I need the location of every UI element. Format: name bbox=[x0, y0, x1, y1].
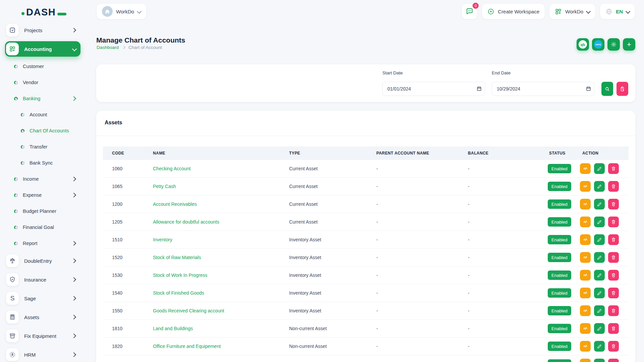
account-name-link[interactable]: Stock of Work In Progress bbox=[153, 273, 207, 278]
edit-button[interactable] bbox=[594, 288, 605, 298]
sidebar-item-transfer[interactable]: Transfer bbox=[0, 139, 86, 155]
status-badge[interactable]: Enabled bbox=[548, 253, 571, 262]
sidebar-item-budget-planner[interactable]: Budget Planner bbox=[0, 203, 86, 219]
edit-button[interactable] bbox=[594, 217, 605, 227]
status-badge[interactable]: Enabled bbox=[548, 235, 571, 244]
activity-button[interactable] bbox=[580, 341, 591, 352]
settings-button[interactable] bbox=[607, 38, 620, 51]
delete-button[interactable] bbox=[608, 234, 619, 245]
sidebar-item-projects[interactable]: Projects bbox=[0, 21, 86, 40]
activity-button[interactable] bbox=[580, 270, 591, 281]
status-badge[interactable]: Enabled bbox=[548, 359, 571, 362]
sidebar-item-customer[interactable]: Customer bbox=[0, 58, 86, 74]
breadcrumb-dashboard-link[interactable]: Dashboard bbox=[97, 45, 119, 50]
edit-button[interactable] bbox=[594, 181, 605, 192]
status-badge[interactable]: Enabled bbox=[548, 306, 571, 315]
account-name-link[interactable]: Allowance for doubtful accounts bbox=[153, 219, 219, 225]
status-badge[interactable]: Enabled bbox=[548, 199, 571, 209]
account-name-link[interactable]: Office Furniture and Equipement bbox=[153, 344, 221, 349]
activity-button[interactable] bbox=[580, 163, 591, 174]
sidebar-item-chart-of-accounts[interactable]: Chart Of Accounts bbox=[0, 123, 86, 139]
user-menu[interactable]: WorkDo bbox=[549, 3, 596, 19]
activity-button[interactable] bbox=[580, 323, 591, 334]
delete-button[interactable] bbox=[608, 288, 619, 298]
sidebar-item-accounting[interactable]: Accounting bbox=[0, 40, 86, 58]
delete-button[interactable] bbox=[608, 323, 619, 334]
search-button[interactable] bbox=[601, 82, 613, 96]
edit-button[interactable] bbox=[594, 270, 605, 281]
status-badge[interactable]: Enabled bbox=[548, 217, 571, 227]
delete-button[interactable] bbox=[608, 217, 619, 227]
status-badge[interactable]: Enabled bbox=[548, 324, 571, 333]
add-button[interactable]: + bbox=[623, 38, 635, 51]
edit-button[interactable] bbox=[594, 305, 605, 316]
sidebar-item-vendor[interactable]: Vendor bbox=[0, 74, 86, 90]
sidebar-item-label: Budget Planner bbox=[23, 208, 56, 214]
sidebar-item-bank-sync[interactable]: Bank Sync bbox=[0, 155, 86, 171]
status-badge[interactable]: Enabled bbox=[548, 270, 571, 280]
sidebar-item-hrm[interactable]: HRM bbox=[0, 345, 86, 362]
start-date-input[interactable] bbox=[382, 82, 485, 96]
edit-button[interactable] bbox=[594, 252, 605, 263]
sidebar-item-financial-goal[interactable]: Financial Goal bbox=[0, 219, 86, 235]
activity-button[interactable] bbox=[580, 252, 591, 263]
activity-button[interactable] bbox=[580, 234, 591, 245]
account-name-link[interactable]: Inventory bbox=[153, 237, 172, 242]
language-selector[interactable]: EN bbox=[600, 3, 635, 19]
delete-button[interactable] bbox=[608, 341, 619, 352]
messages-button[interactable]: 0 bbox=[462, 3, 478, 19]
account-name-link[interactable]: Land and Buildings bbox=[153, 326, 193, 331]
account-name-link[interactable]: Checking Account bbox=[153, 166, 191, 171]
end-date-input[interactable] bbox=[492, 82, 594, 96]
edit-button[interactable] bbox=[594, 199, 605, 209]
sidebar-item-income[interactable]: Income bbox=[0, 171, 86, 187]
activity-button[interactable] bbox=[580, 199, 591, 209]
calculator-icon bbox=[6, 311, 19, 323]
edit-button[interactable] bbox=[594, 341, 605, 352]
activity-button[interactable] bbox=[580, 359, 591, 362]
delete-button[interactable] bbox=[608, 181, 619, 192]
create-workspace-button[interactable]: Create Workspace bbox=[482, 3, 545, 19]
cell-status: Enabled bbox=[549, 217, 582, 227]
edit-button[interactable] bbox=[594, 163, 605, 174]
account-name-link[interactable]: Stock of Raw Materials bbox=[153, 255, 201, 260]
account-name-link[interactable]: Account Receivables bbox=[153, 201, 197, 207]
reset-filter-button[interactable] bbox=[616, 82, 628, 96]
sidebar-item-report[interactable]: Report bbox=[0, 235, 86, 251]
delete-button[interactable] bbox=[608, 359, 619, 362]
sidebar-item-assets[interactable]: Assets bbox=[0, 308, 86, 326]
sidebar-item-doubleentry[interactable]: DoubleEntry bbox=[0, 251, 86, 270]
status-badge[interactable]: Enabled bbox=[548, 164, 571, 173]
xero-button[interactable]: xero bbox=[592, 38, 604, 51]
account-name-link[interactable]: Goods Received Clearing account bbox=[153, 308, 224, 313]
activity-button[interactable] bbox=[580, 181, 591, 192]
sidebar-item-expense[interactable]: Expense bbox=[0, 187, 86, 203]
workspace-selector[interactable]: WorkDo bbox=[96, 3, 147, 19]
delete-button[interactable] bbox=[608, 270, 619, 281]
activity-button[interactable] bbox=[580, 305, 591, 316]
sidebar-item-fix-equipment[interactable]: Fix Equipment bbox=[0, 326, 86, 345]
account-name-link[interactable]: Stock of Finished Goods bbox=[153, 290, 204, 296]
delete-button[interactable] bbox=[608, 199, 619, 209]
delete-button[interactable] bbox=[608, 305, 619, 316]
activity-button[interactable] bbox=[580, 217, 591, 227]
delete-button[interactable] bbox=[608, 252, 619, 263]
quickbooks-button[interactable]: qb bbox=[577, 38, 589, 51]
status-badge[interactable]: Enabled bbox=[548, 342, 571, 351]
status-badge[interactable]: Enabled bbox=[548, 182, 571, 191]
sidebar-item-sage[interactable]: SSage bbox=[0, 289, 86, 308]
activity-button[interactable] bbox=[580, 288, 591, 298]
bullet-icon bbox=[14, 193, 18, 197]
sidebar-item-account[interactable]: Account bbox=[0, 107, 86, 123]
sidebar-item-insurance[interactable]: Insurance bbox=[0, 270, 86, 289]
status-badge[interactable]: Enabled bbox=[548, 288, 571, 298]
edit-button[interactable] bbox=[594, 323, 605, 334]
edit-button[interactable] bbox=[594, 234, 605, 245]
delete-button[interactable] bbox=[608, 163, 619, 174]
edit-button[interactable] bbox=[594, 359, 605, 362]
calendar-icon[interactable] bbox=[476, 86, 482, 93]
account-name-link[interactable]: Petty Cash bbox=[153, 184, 176, 189]
brand-logo[interactable]: DASH bbox=[21, 7, 66, 17]
sidebar-item-banking[interactable]: Banking bbox=[0, 90, 86, 107]
calendar-icon[interactable] bbox=[586, 86, 591, 93]
